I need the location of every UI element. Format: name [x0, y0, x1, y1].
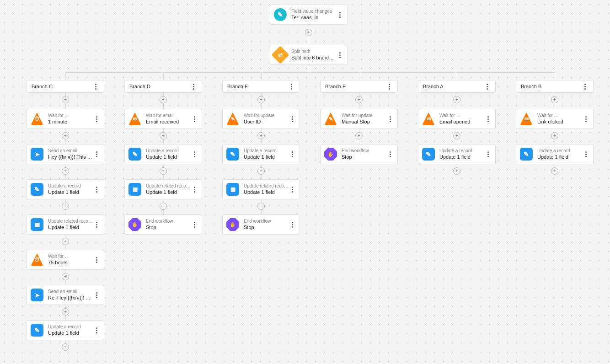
branch-header[interactable]: Branch C [27, 80, 104, 93]
branch-header[interactable]: Branch F [222, 80, 300, 93]
add-step-button[interactable] [62, 238, 69, 245]
pencil-icon: ✎ [520, 148, 533, 161]
node-text: Split path Split into 6 branches [291, 49, 336, 61]
add-step-button[interactable] [305, 29, 312, 36]
add-step-button[interactable] [257, 167, 265, 175]
node-menu-button[interactable] [386, 116, 394, 122]
node-menu-button[interactable] [93, 257, 100, 263]
add-step-button[interactable] [355, 96, 363, 103]
wait-node[interactable]: ✉ Wait for ... Email opened [418, 109, 496, 129]
node-menu-button[interactable] [484, 116, 492, 122]
add-step-button[interactable] [62, 96, 69, 103]
records-icon: ▦ [31, 218, 43, 231]
node-menu-button[interactable] [336, 12, 343, 18]
node-menu-button[interactable] [191, 116, 198, 122]
node-menu-button[interactable] [191, 222, 198, 228]
update-record-node[interactable]: ✎ Update a record Update 1 field [222, 144, 300, 164]
wait-node[interactable]: ✉ Wait for ... Link clicked [516, 109, 594, 129]
branch-menu-button[interactable] [190, 84, 197, 90]
node-menu-button[interactable] [93, 151, 100, 157]
node-menu-button[interactable] [93, 222, 100, 228]
branch-menu-button[interactable] [92, 84, 99, 90]
link-icon: ✉ [520, 112, 533, 125]
add-step-button[interactable] [551, 96, 558, 103]
node-menu-button[interactable] [93, 327, 100, 333]
branch-menu-button[interactable] [385, 84, 393, 90]
node-menu-button[interactable] [191, 151, 198, 157]
branch-menu-button[interactable] [483, 84, 491, 90]
add-step-button[interactable] [453, 167, 460, 175]
update-record-node[interactable]: ✎ Update a record Update 1 field [418, 144, 496, 164]
email-node[interactable]: ➤ Send an email Hey {{Ім'я}}! This is t.… [27, 144, 104, 164]
branch-label: Branch B [521, 84, 541, 89]
branch-header[interactable]: Branch E [320, 80, 398, 93]
branch-label: Branch A [423, 84, 444, 89]
add-step-button[interactable] [62, 203, 69, 210]
branch-menu-button[interactable] [581, 84, 589, 90]
add-step-button[interactable] [160, 203, 167, 210]
node-menu-button[interactable] [289, 151, 296, 157]
add-step-button[interactable] [62, 343, 69, 351]
end-node[interactable]: ✋ End workflow Stop [222, 214, 300, 235]
add-step-button[interactable] [453, 96, 460, 103]
add-step-button[interactable] [355, 132, 363, 139]
node-menu-button[interactable] [191, 187, 198, 193]
node-menu-button[interactable] [289, 116, 296, 122]
node-menu-button[interactable] [93, 292, 100, 298]
node-menu-button[interactable] [93, 187, 100, 193]
update-related-node[interactable]: ▦ Update related records Update 1 field [27, 214, 104, 235]
wait-node[interactable]: ✉ Wait for email Email received [124, 109, 202, 129]
end-node[interactable]: ✋ End workflow Stop [124, 214, 202, 235]
add-step-button[interactable] [257, 203, 265, 210]
update-related-node[interactable]: ▦ Update related records Update 1 field [222, 179, 300, 199]
branch-label: Branch C [32, 84, 53, 89]
update-record-node[interactable]: ✎ Update a record Update 1 field [27, 320, 104, 340]
add-step-button[interactable] [62, 167, 69, 175]
add-step-button[interactable] [257, 132, 265, 139]
node-menu-button[interactable] [386, 151, 394, 157]
node-menu-button[interactable] [93, 116, 100, 122]
split-icon: ⇄ [271, 46, 289, 64]
add-step-button[interactable] [62, 308, 69, 316]
branch-header[interactable]: Branch A [418, 80, 496, 93]
node-menu-button[interactable] [582, 151, 589, 157]
update-related-node[interactable]: ▦ Update related records Update 1 field [124, 179, 202, 199]
node-menu-button[interactable] [484, 151, 492, 157]
branch-header[interactable]: Branch B [516, 80, 594, 93]
add-step-button[interactable] [160, 167, 167, 175]
add-step-button[interactable] [62, 273, 69, 280]
add-step-button[interactable] [62, 132, 69, 139]
pencil-icon: ✎ [128, 148, 141, 161]
stop-icon: ✋ [226, 218, 239, 231]
pencil-icon: ✎ [422, 148, 435, 161]
add-step-button[interactable] [160, 96, 167, 103]
node-menu-button[interactable] [582, 116, 589, 122]
node-menu-button[interactable] [289, 187, 296, 193]
node-text: Field value changes Ter: saas_in [291, 9, 336, 21]
add-step-button[interactable] [257, 96, 265, 103]
node-menu-button[interactable] [289, 222, 296, 228]
update-record-node[interactable]: ✎ Update a record Update 1 field [27, 179, 104, 199]
email-node[interactable]: ➤ Send an email Re: Hey {{Ім'я}}! This .… [27, 285, 104, 305]
wait-node[interactable]: ⏱ Wait for ... 75 hours [27, 250, 104, 270]
branch-header[interactable]: Branch D [124, 80, 202, 93]
add-step-button[interactable] [551, 167, 558, 175]
end-node[interactable]: ✋ End workflow Stop [320, 144, 398, 164]
wait-node[interactable]: ✎ Wait for update User ID [222, 109, 300, 129]
update-record-node[interactable]: ✎ Update a record Update 1 field [124, 144, 202, 164]
trigger-node[interactable]: ✎ Field value changes Ter: saas_in [270, 5, 348, 25]
update-record-node[interactable]: ✎ Update a record Update 1 field [516, 144, 594, 164]
stop-icon: ✋ [324, 148, 337, 161]
branch-label: Branch E [325, 84, 346, 89]
branch-menu-button[interactable] [288, 84, 295, 90]
wait-node[interactable]: ✎ Wait for update Manual Stop [320, 109, 398, 129]
wait-node[interactable]: ⏱ Wait for ... 1 minute [27, 109, 104, 129]
stop-icon: ✋ [128, 218, 141, 231]
pencil-icon: ✎ [31, 183, 43, 196]
add-step-button[interactable] [551, 132, 558, 139]
split-node[interactable]: ⇄ Split path Split into 6 branches [270, 45, 348, 65]
add-step-button[interactable] [453, 132, 460, 139]
records-icon: ▦ [128, 183, 141, 196]
node-menu-button[interactable] [336, 52, 343, 58]
add-step-button[interactable] [160, 132, 167, 139]
